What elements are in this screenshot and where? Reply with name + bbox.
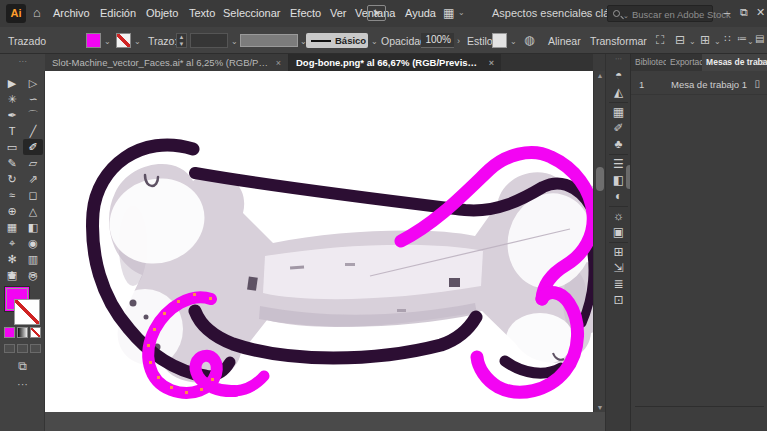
eraser-tool[interactable]: ▱: [23, 155, 43, 171]
screen-mode-normal-button[interactable]: [4, 344, 15, 353]
opacity-value[interactable]: 100%: [421, 33, 454, 48]
preset-chevron-icon[interactable]: ⌄: [747, 37, 754, 46]
stroke-color-swatch[interactable]: [116, 33, 131, 48]
brushes-panel-icon[interactable]: ✐: [606, 121, 631, 135]
draw-modes-icon[interactable]: ⧉: [0, 359, 45, 373]
magic-wand-tool[interactable]: ✳: [2, 91, 22, 107]
pencil-tool[interactable]: ✎: [2, 155, 22, 171]
recolor-chevron-icon[interactable]: ⌄: [714, 37, 721, 46]
arrange-panel-icon[interactable]: ⊡: [606, 293, 631, 307]
width-profile-dropdown[interactable]: [240, 34, 298, 47]
menu-objeto[interactable]: Objeto: [146, 7, 178, 19]
stroke-chevron-icon[interactable]: ⌄: [134, 37, 141, 46]
align-button[interactable]: Alinear: [548, 35, 581, 47]
artboard-page-icon[interactable]: ▯: [754, 78, 760, 89]
brush-chevron-icon[interactable]: ⌄: [371, 37, 378, 46]
symbols-panel-icon[interactable]: ♣: [606, 137, 631, 151]
workspace-chevron-icon[interactable]: ⌄: [584, 9, 591, 18]
fill-chevron-icon[interactable]: ⌄: [104, 37, 111, 46]
tab-close-icon[interactable]: ×: [276, 58, 281, 68]
mesh-tool[interactable]: ▦: [2, 219, 22, 235]
toolbar-grip[interactable]: ⋯: [0, 54, 45, 71]
symbol-sprayer-tool[interactable]: ✻: [2, 251, 22, 267]
menu-seleccionar[interactable]: Seleccionar: [223, 7, 280, 19]
style-swatch[interactable]: [492, 33, 507, 48]
menu-ayuda[interactable]: Ayuda: [405, 7, 436, 19]
transparency-panel-icon[interactable]: ◐: [606, 189, 631, 203]
appearance-panel-icon[interactable]: ☼: [606, 209, 631, 223]
artboard-name[interactable]: Mesa de trabajo 1: [671, 79, 747, 90]
selection-tool[interactable]: ▶: [2, 75, 22, 91]
canvas-vertical-scrollbar[interactable]: ▲ ▼: [593, 71, 605, 412]
artboards-panel-icon[interactable]: ⊞: [606, 245, 631, 259]
stroke-width-chevron-icon[interactable]: ⌄: [231, 37, 238, 46]
panel-box-icon[interactable]: ▤: [755, 33, 764, 44]
screen-mode-fullscreen-menu-button[interactable]: [17, 344, 28, 353]
restore-button[interactable]: ⧉: [740, 6, 748, 19]
stroke-width-stepper[interactable]: ▲▼: [176, 33, 187, 48]
gradient-tool[interactable]: ◧: [23, 219, 43, 235]
screen-mode-fullscreen-button[interactable]: [30, 344, 41, 353]
tab-mesas-de-trabajo[interactable]: Mesas de trabajo: [702, 54, 767, 71]
tab-exportacion[interactable]: Exportac: [666, 54, 702, 71]
free-transform-tool[interactable]: ◻: [23, 187, 43, 203]
hand-tool[interactable]: ❖: [2, 267, 22, 283]
opacity-chevron-icon[interactable]: ›: [457, 36, 460, 46]
fill-color-swatch[interactable]: [86, 33, 101, 48]
tab-bibliotecas[interactable]: Bibliotec: [631, 54, 666, 71]
stock-search-box[interactable]: ⌄ Buscar en Adobe Stock: [607, 5, 713, 22]
width-tool[interactable]: ≈: [2, 187, 22, 203]
tab-slot-machine[interactable]: Slot-Machine_vector_Faces.ai* al 6,25% (…: [45, 54, 289, 71]
share-screen-icon[interactable]: ➤: [367, 5, 386, 21]
scrollbar-thumb[interactable]: [596, 167, 604, 191]
brush-definition-field[interactable]: Básico: [306, 33, 368, 48]
menu-texto[interactable]: Texto: [189, 7, 215, 19]
document-setup-icon[interactable]: ◍: [524, 33, 534, 47]
asset-export-panel-icon[interactable]: ⇲: [606, 261, 631, 275]
paintbrush-tool[interactable]: ✐: [23, 139, 43, 155]
menu-efecto[interactable]: Efecto: [290, 7, 321, 19]
dots-grid-icon[interactable]: ∷: [724, 33, 730, 44]
rotate-tool[interactable]: ↻: [2, 171, 22, 187]
zoom-tool[interactable]: ◎: [23, 267, 43, 283]
pen-tool[interactable]: ✒: [2, 107, 22, 123]
search-chevron-icon[interactable]: ⌄: [623, 12, 629, 20]
menu-archivo[interactable]: Archivo: [53, 7, 90, 19]
dock-grip[interactable]: ⋯: [606, 55, 631, 63]
graphic-styles-panel-icon[interactable]: ▣: [606, 225, 631, 239]
tab-close-icon[interactable]: ×: [489, 58, 494, 68]
stroke-indicator[interactable]: [14, 299, 40, 325]
scale-tool[interactable]: ⇗: [23, 171, 43, 187]
color-guide-panel-icon[interactable]: ◭: [606, 85, 631, 99]
bounding-box-icon[interactable]: ⛶: [656, 33, 664, 47]
preset-list-icon[interactable]: ≔: [737, 33, 747, 44]
curvature-tool[interactable]: ⌒: [23, 107, 43, 123]
arrange-documents-chevron-icon[interactable]: ⌄: [458, 8, 465, 17]
isolate-chevron-icon[interactable]: ⌄: [689, 37, 696, 46]
menu-ver[interactable]: Ver: [330, 7, 347, 19]
minimize-button[interactable]: –: [724, 6, 730, 18]
lasso-tool[interactable]: ∽: [23, 91, 43, 107]
blend-tool[interactable]: ◉: [23, 235, 43, 251]
graph-tool[interactable]: ▥: [23, 251, 43, 267]
menu-edicion[interactable]: Edición: [100, 7, 136, 19]
home-icon[interactable]: ⌂: [33, 5, 41, 20]
rectangle-tool[interactable]: ▭: [2, 139, 22, 155]
close-button[interactable]: ✕: [756, 6, 765, 19]
perspective-grid-tool[interactable]: △: [23, 203, 43, 219]
artboard-canvas[interactable]: [45, 71, 593, 412]
transform-button[interactable]: Transformar: [590, 35, 647, 47]
layers-panel-icon[interactable]: ≣: [606, 277, 631, 291]
isolate-group-icon[interactable]: ⊟: [675, 33, 685, 47]
type-tool[interactable]: T: [2, 123, 22, 139]
edit-toolbar-ellipsis[interactable]: ···: [0, 378, 45, 390]
arrange-documents-icon[interactable]: ▦: [443, 6, 454, 20]
shape-builder-tool[interactable]: ⊕: [2, 203, 22, 219]
swatches-panel-icon[interactable]: ▦: [606, 105, 631, 119]
none-mode-button[interactable]: [30, 327, 41, 338]
panel-menu-icon[interactable]: ≡: [761, 57, 767, 68]
gradient-mode-button[interactable]: [17, 327, 28, 338]
stroke-width-dropdown[interactable]: [190, 33, 228, 48]
color-mode-button[interactable]: [4, 327, 15, 338]
recolor-icon[interactable]: ⊞: [700, 33, 710, 47]
